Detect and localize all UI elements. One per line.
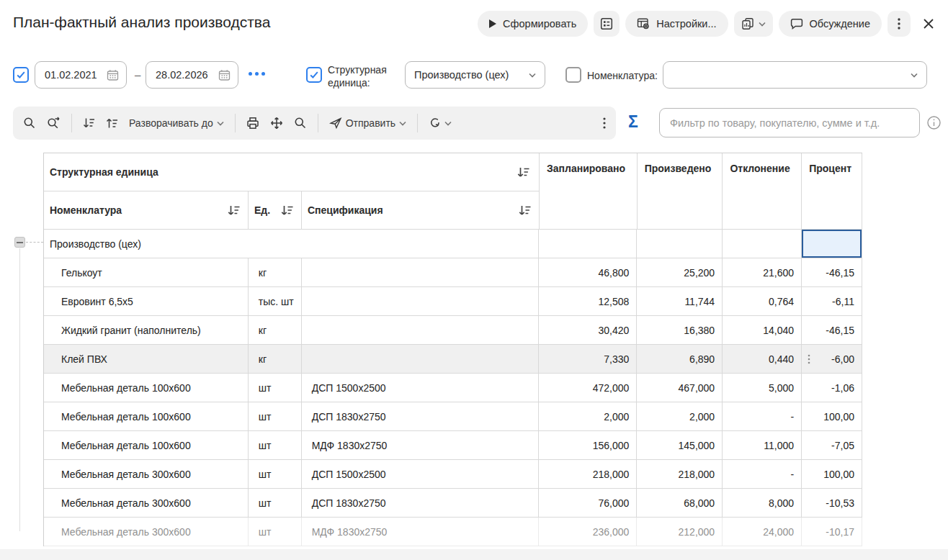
cell-produced[interactable]: 212,000 (637, 518, 723, 546)
cell-nomenclature[interactable]: Клей ПВХ (44, 345, 249, 374)
header-produced[interactable]: Произведено (638, 153, 723, 230)
cell-nomenclature[interactable]: Гелькоут (44, 258, 249, 287)
settings-button[interactable]: Настройки... (625, 11, 728, 37)
structural-unit-checkbox[interactable] (306, 67, 322, 83)
close-button[interactable] (916, 11, 941, 37)
cell-unit[interactable]: тыс. шт (249, 287, 302, 316)
header-unit[interactable]: Ед. (249, 191, 302, 230)
cell-specification[interactable] (302, 287, 540, 316)
cell-unit[interactable]: кг (249, 316, 302, 345)
print-button[interactable] (246, 117, 259, 130)
structural-unit-select[interactable]: Производство (цех) (405, 61, 545, 89)
cell-unit[interactable]: кг (249, 345, 302, 374)
cell-deviation[interactable] (723, 230, 802, 258)
info-button[interactable] (926, 115, 942, 130)
discussion-button[interactable]: Обсуждение (779, 11, 882, 37)
cell-planned[interactable]: 472,000 (539, 374, 637, 402)
cell-percent[interactable]: 100,00 (802, 402, 862, 431)
table-row[interactable]: Мебельная деталь 300х600 шт МДФ 1830х275… (44, 518, 862, 546)
cell-specification[interactable] (302, 316, 540, 345)
table-filter-input[interactable] (659, 108, 920, 137)
cell-deviation[interactable]: 0,440 (723, 345, 802, 374)
sort-icon[interactable] (228, 205, 241, 216)
cell-deviation[interactable]: 8,000 (723, 489, 802, 518)
table-row[interactable]: Мебельная деталь 100х600 шт МДФ 1830х275… (44, 431, 862, 460)
cell-planned[interactable]: 236,000 (539, 518, 637, 546)
table-row[interactable]: Клей ПВХ кг 7,330 6,890 0,440 -6,00 (44, 345, 862, 374)
cell-produced[interactable]: 2,000 (637, 402, 723, 431)
cell-specification[interactable]: ДСП 1830х2750 (302, 402, 540, 431)
cell-specification[interactable]: МДФ 1830х2750 (302, 518, 540, 546)
cell-deviation[interactable]: 14,040 (723, 316, 802, 345)
cell-percent[interactable]: -10,53 (802, 489, 862, 518)
row-menu-dots-icon[interactable] (808, 345, 810, 373)
cell-percent[interactable]: -46,15 (802, 316, 862, 345)
header-specification[interactable]: Спецификация (302, 191, 540, 230)
cell-unit[interactable]: шт (249, 460, 302, 489)
period-to-field[interactable]: 28.02.2026 (146, 61, 238, 89)
cell-specification[interactable] (302, 258, 540, 287)
cell-unit[interactable]: кг (249, 258, 302, 287)
search-button[interactable] (23, 117, 36, 130)
more-actions-button[interactable] (887, 11, 911, 37)
send-dropdown[interactable]: Отправить (329, 117, 406, 130)
cell-produced[interactable]: 68,000 (637, 489, 723, 518)
header-planned[interactable]: Запланировано (540, 153, 638, 230)
cell-planned[interactable]: 46,800 (539, 258, 637, 287)
cell-percent[interactable]: -6,11 (802, 287, 862, 316)
table-row[interactable]: Гелькоут кг 46,800 25,200 21,600 -46,15 (44, 258, 862, 287)
collapse-all-button[interactable] (106, 117, 118, 129)
cell-nomenclature[interactable]: Евровинт 6,5х5 (44, 287, 249, 316)
cell-deviation[interactable]: 11,000 (723, 431, 802, 460)
sort-icon[interactable] (281, 205, 294, 216)
cell-percent[interactable]: -7,05 (802, 431, 862, 460)
table-row[interactable]: Мебельная деталь 300х600 шт ДСП 1830х275… (44, 489, 862, 518)
cell-unit[interactable]: шт (249, 518, 302, 546)
cell-deviation[interactable]: 21,600 (723, 258, 802, 287)
expand-all-button[interactable] (83, 117, 95, 129)
selected-cell[interactable] (802, 230, 862, 258)
sort-icon[interactable] (519, 205, 532, 216)
cell-unit[interactable]: шт (249, 489, 302, 518)
cell-unit[interactable]: шт (249, 402, 302, 431)
cell-nomenclature[interactable]: Мебельная деталь 300х600 (44, 518, 249, 546)
table-row[interactable]: Мебельная деталь 100х600 шт ДСП 1500х250… (44, 374, 862, 402)
cell-planned[interactable]: 218,000 (539, 460, 637, 489)
sum-totals-button[interactable]: Σ (628, 112, 638, 132)
nomenclature-checkbox[interactable] (565, 67, 581, 83)
table-row[interactable]: Евровинт 6,5х5 тыс. шт 12,508 11,744 0,7… (44, 287, 862, 316)
cell-produced[interactable]: 16,380 (637, 316, 723, 345)
cell-percent[interactable]: -1,06 (802, 374, 862, 402)
cell-deviation[interactable]: - (723, 402, 802, 431)
table-row[interactable]: Мебельная деталь 300х600 шт ДСП 1500х250… (44, 460, 862, 489)
cell-specification[interactable]: МДФ 1830х2750 (302, 431, 540, 460)
cell-produced[interactable]: 6,890 (637, 345, 723, 374)
cell-percent[interactable]: -46,15 (802, 258, 862, 287)
cell-produced[interactable]: 218,000 (637, 460, 723, 489)
table-row[interactable]: Мебельная деталь 100х600 шт ДСП 1830х275… (44, 402, 862, 431)
zoom-button[interactable] (294, 117, 307, 130)
undo-dropdown[interactable] (429, 117, 452, 129)
cell-percent[interactable]: -10,17 (802, 518, 862, 546)
horizontal-scrollbar-track[interactable] (0, 549, 948, 560)
cell-planned[interactable]: 2,000 (539, 402, 637, 431)
cell-produced[interactable]: 11,744 (637, 287, 723, 316)
cell-planned[interactable] (539, 230, 637, 258)
fit-move-button[interactable] (270, 117, 283, 130)
table-row[interactable]: Жидкий гранит (наполнитель) кг 30,420 16… (44, 316, 862, 345)
cell-nomenclature[interactable]: Мебельная деталь 300х600 (44, 460, 249, 489)
cell-deviation[interactable]: 5,000 (723, 374, 802, 402)
cell-specification[interactable]: ДСП 1500х2500 (302, 460, 540, 489)
cell-specification[interactable]: ДСП 1500х2500 (302, 374, 540, 402)
cell-planned[interactable]: 156,000 (539, 431, 637, 460)
cell-percent[interactable]: 100,00 (802, 460, 862, 489)
cell-nomenclature[interactable]: Мебельная деталь 100х600 (44, 402, 249, 431)
cell-deviation[interactable]: 0,764 (723, 287, 802, 316)
cell-deviation[interactable]: 24,000 (723, 518, 802, 546)
nomenclature-select[interactable] (663, 61, 927, 89)
generate-button[interactable]: Сформировать (478, 11, 588, 37)
cell-percent[interactable]: -6,00 (802, 345, 862, 374)
sort-icon[interactable] (517, 167, 530, 178)
tree-collapse-toggle[interactable] (14, 237, 25, 248)
cell-nomenclature[interactable]: Жидкий гранит (наполнитель) (44, 316, 249, 345)
